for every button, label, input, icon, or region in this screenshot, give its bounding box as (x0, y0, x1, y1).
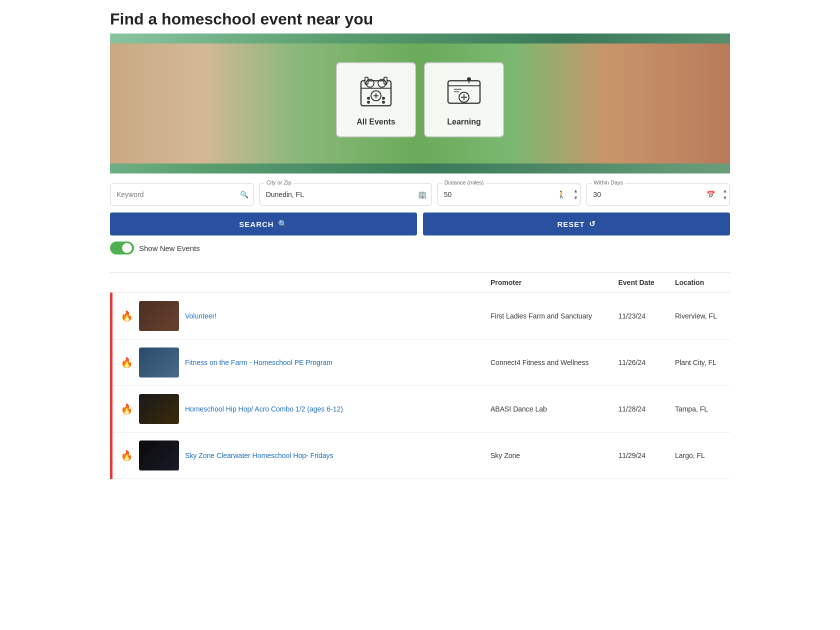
learning-label: Learning (447, 118, 481, 126)
days-up[interactable]: ▲ (722, 188, 728, 194)
event-cell-1: 🔥 Fitness on the Farm - Homeschool PE Pr… (112, 340, 483, 386)
days-spinner: ▲ ▼ (722, 188, 728, 202)
learning-card[interactable]: Learning (424, 62, 504, 138)
event-cell-0: 🔥 Volunteer! (112, 293, 483, 340)
col-location: Location (667, 272, 730, 293)
city-input[interactable] (260, 184, 432, 206)
flame-icon-2: 🔥 (120, 403, 133, 415)
events-table: Promoter Event Date Location 🔥 Volunteer… (110, 272, 730, 479)
search-fields: 🔍 City or Zip 🏢 Distance (miles) 🚶 ▲ ▼ (110, 184, 730, 206)
promoter-cell-0: First Ladies Farm and Sanctuary (482, 293, 610, 340)
date-cell-1: 11/26/24 (610, 340, 666, 386)
city-field: City or Zip 🏢 (260, 184, 432, 206)
calendar-icon: 📅 (706, 190, 715, 198)
table-row: 🔥 Homeschool Hip Hop/ Acro Combo 1/2 (ag… (112, 386, 730, 432)
date-cell-2: 11/28/24 (610, 386, 666, 432)
reset-button-icon: ↺ (589, 220, 596, 228)
event-type-cards: All Events (336, 62, 504, 138)
promoter-cell-2: ABASI Dance Lab (482, 386, 610, 432)
distance-label: Distance (miles) (442, 180, 486, 186)
hot-indicator-1: 🔥 (120, 356, 133, 368)
svg-point-12 (382, 101, 385, 104)
svg-point-21 (467, 78, 471, 82)
all-events-label: All Events (356, 118, 395, 126)
all-events-card[interactable]: All Events (336, 62, 416, 138)
promoter-cell-3: Sky Zone (482, 432, 610, 479)
event-link-1[interactable]: Fitness on the Farm - Homeschool PE Prog… (185, 358, 332, 366)
event-thumb-2 (139, 394, 179, 424)
location-cell-3: Largo, FL (667, 432, 730, 479)
search-icon: 🔍 (240, 190, 248, 198)
col-date: Event Date (610, 272, 666, 293)
keyword-input[interactable] (110, 184, 254, 206)
toggle-row: Show New Events (110, 236, 730, 264)
event-link-3[interactable]: Sky Zone Clearwater Homeschool Hop- Frid… (185, 452, 333, 460)
table-row: 🔥 Fitness on the Farm - Homeschool PE Pr… (112, 340, 730, 386)
event-link-2[interactable]: Homeschool Hip Hop/ Acro Combo 1/2 (ages… (185, 405, 343, 413)
table-header: Promoter Event Date Location (112, 272, 730, 293)
svg-point-9 (367, 97, 370, 100)
location-cell-0: Riverview, FL (667, 293, 730, 340)
reset-button-label: RESET (557, 220, 584, 228)
hot-indicator-3: 🔥 (120, 450, 133, 462)
new-events-label: Show New Events (139, 244, 200, 252)
event-thumb-3 (139, 440, 179, 470)
learning-icon (444, 74, 484, 114)
search-button-icon: 🔍 (278, 220, 288, 228)
events-body: 🔥 Volunteer! First Ladies Farm and Sanct… (112, 293, 730, 479)
location-cell-2: Tampa, FL (667, 386, 730, 432)
svg-point-10 (382, 97, 385, 100)
location-cell-1: Plant City, FL (667, 340, 730, 386)
distance-up[interactable]: ▲ (572, 188, 578, 194)
distance-icon: 🚶 (557, 190, 566, 198)
days-label: Within Days (592, 180, 625, 186)
flame-icon-3: 🔥 (120, 450, 133, 462)
svg-point-11 (367, 101, 370, 104)
flame-icon-0: 🔥 (120, 310, 133, 322)
hot-indicator-0: 🔥 (120, 310, 133, 322)
date-cell-3: 11/29/24 (610, 432, 666, 479)
new-events-toggle[interactable] (110, 242, 134, 254)
event-thumb-0 (139, 301, 179, 331)
col-promoter: Promoter (482, 272, 610, 293)
promoter-cell-1: Connect4 Fitness and Wellness (482, 340, 610, 386)
date-cell-0: 11/23/24 (610, 293, 666, 340)
distance-spinner: ▲ ▼ (572, 188, 578, 202)
hot-indicator-2: 🔥 (120, 403, 133, 415)
page-title: Find a homeschool event near you (110, 0, 730, 34)
event-link-0[interactable]: Volunteer! (185, 312, 216, 320)
days-field: Within Days 📅 ▲ ▼ (586, 184, 730, 206)
col-event (112, 272, 483, 293)
all-events-icon (356, 74, 396, 114)
hero-section: All Events (110, 34, 730, 174)
flame-icon-1: 🔥 (120, 356, 133, 368)
search-section: 🔍 City or Zip 🏢 Distance (miles) 🚶 ▲ ▼ (110, 174, 730, 272)
event-cell-3: 🔥 Sky Zone Clearwater Homeschool Hop- Fr… (112, 432, 483, 479)
city-label: City or Zip (264, 180, 294, 186)
days-down[interactable]: ▼ (722, 194, 728, 202)
event-thumb-1 (139, 348, 179, 378)
city-icon: 🏢 (418, 190, 426, 198)
table-row: 🔥 Sky Zone Clearwater Homeschool Hop- Fr… (112, 432, 730, 479)
keyword-field: 🔍 (110, 184, 254, 206)
toggle-slider (110, 242, 134, 254)
reset-button[interactable]: RESET ↺ (423, 212, 730, 236)
table-row: 🔥 Volunteer! First Ladies Farm and Sanct… (112, 293, 730, 340)
search-button[interactable]: SEARCH 🔍 (110, 212, 417, 236)
search-button-label: SEARCH (239, 220, 274, 228)
search-buttons: SEARCH 🔍 RESET ↺ (110, 212, 730, 236)
event-cell-2: 🔥 Homeschool Hip Hop/ Acro Combo 1/2 (ag… (112, 386, 483, 432)
distance-down[interactable]: ▼ (572, 194, 578, 202)
distance-field: Distance (miles) 🚶 ▲ ▼ (438, 184, 581, 206)
